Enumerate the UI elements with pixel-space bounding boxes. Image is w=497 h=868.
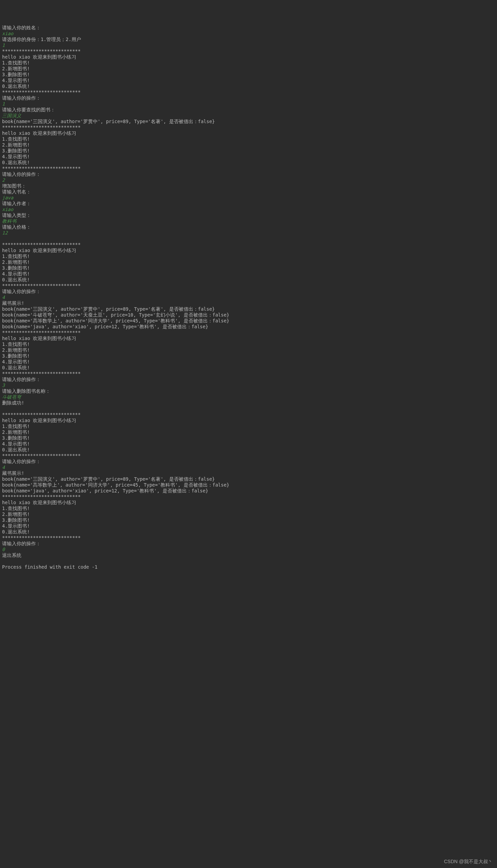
console-output[interactable]: 请输入你的姓名：xiao请选择你的身份：1.管理员；2.用户1*********…	[2, 25, 495, 570]
console-input-line: java	[2, 195, 495, 201]
console-output-line: 2.新增图书!	[2, 429, 495, 435]
console-output-line: 0.退出系统!	[2, 529, 495, 535]
console-output-line: ****************************	[2, 453, 495, 459]
console-output-line: book{name='java', author='xiao', price=1…	[2, 324, 495, 330]
console-output-line: 0.退出系统!	[2, 447, 495, 453]
console-output-line: 1.查找图书!	[2, 341, 495, 347]
console-output-line: hello xiao 欢迎来到图书小练习	[2, 418, 495, 423]
console-output-line	[2, 558, 495, 564]
console-output-line: 1.查找图书!	[2, 506, 495, 511]
console-output-line: 请输入你的姓名：	[2, 25, 495, 31]
console-output-line: ****************************	[2, 412, 495, 418]
console-output-line: 4.显示图书!	[2, 154, 495, 160]
console-output-line: 请输入你的操作：	[2, 541, 495, 547]
console-output-line: 藏书展示!	[2, 470, 495, 476]
console-output-line: ****************************	[2, 89, 495, 95]
console-output-line: 1.查找图书!	[2, 253, 495, 259]
console-output-line: 3.删除图书!	[2, 517, 495, 523]
console-output-line: book{name='三国演义', author='罗贯中', price=89…	[2, 119, 495, 124]
console-output-line: Process finished with exit code -1	[2, 564, 495, 570]
console-output-line: hello xiao 欢迎来到图书小练习	[2, 500, 495, 506]
console-output-line: ****************************	[2, 124, 495, 130]
console-output-line: 请输入你的操作：	[2, 377, 495, 382]
console-output-line: 3.删除图书!	[2, 435, 495, 441]
console-output-line: 3.删除图书!	[2, 148, 495, 154]
console-output-line: ****************************	[2, 48, 495, 54]
console-output-line: 3.删除图书!	[2, 265, 495, 271]
console-output-line: 2.新增图书!	[2, 511, 495, 517]
console-output-line: 请输入你要查找的图书：	[2, 107, 495, 113]
console-input-line: xiao	[2, 31, 495, 37]
console-output-line: ****************************	[2, 371, 495, 377]
watermark: CSDN @我不是大叔丶	[444, 859, 493, 865]
console-output-line: 0.退出系统!	[2, 83, 495, 89]
console-input-line: 0	[2, 547, 495, 552]
console-output-line: 请输入你的操作：	[2, 171, 495, 177]
console-output-line: 请输入你的操作：	[2, 459, 495, 465]
console-output-line: ****************************	[2, 330, 495, 336]
console-output-line: hello xiao 欢迎来到图书小练习	[2, 130, 495, 136]
console-output-line: book{name='斗破苍穹', author='天蚕土豆', price=1…	[2, 312, 495, 318]
console-output-line: hello xiao 欢迎来到图书小练习	[2, 336, 495, 341]
console-output-line: 0.退出系统!	[2, 160, 495, 166]
console-output-line: book{name='高等数学上', author='同济大学', price=…	[2, 482, 495, 488]
console-input-line: 3	[2, 382, 495, 388]
console-output-line: 请输入你的操作：	[2, 289, 495, 295]
console-output-line: 4.显示图书!	[2, 523, 495, 529]
console-output-line: 3.删除图书!	[2, 72, 495, 78]
console-output-line: 退出系统	[2, 552, 495, 558]
console-output-line: ****************************	[2, 166, 495, 171]
console-output-line: book{name='高等数学上', author='同济大学', price=…	[2, 318, 495, 324]
console-output-line: 3.删除图书!	[2, 353, 495, 359]
console-output-line: 2.新增图书!	[2, 347, 495, 353]
console-output-line: 增加图书：	[2, 183, 495, 189]
console-output-line: 请选择你的身份：1.管理员；2.用户	[2, 37, 495, 42]
console-input-line: 12	[2, 230, 495, 236]
console-output-line: 1.查找图书!	[2, 136, 495, 142]
console-output-line: 0.退出系统!	[2, 277, 495, 283]
console-input-line: 三国演义	[2, 113, 495, 119]
console-output-line	[2, 236, 495, 242]
console-output-line: hello xiao 欢迎来到图书小练习	[2, 248, 495, 253]
console-output-line: 2.新增图书!	[2, 66, 495, 72]
console-input-line: 4	[2, 465, 495, 470]
console-output-line: 请输入作者：	[2, 201, 495, 207]
console-output-line: ****************************	[2, 535, 495, 541]
console-output-line: 请输入删除图书名称：	[2, 388, 495, 394]
console-output-line: hello xiao 欢迎来到图书小练习	[2, 54, 495, 60]
console-input-line: 1	[2, 42, 495, 48]
console-output-line: book{name='java', author='xiao', price=1…	[2, 488, 495, 494]
console-output-line: 4.显示图书!	[2, 359, 495, 365]
console-output-line: 请输入你的操作：	[2, 95, 495, 101]
console-output-line: 请输入类型：	[2, 212, 495, 218]
console-output-line: 请输入书名：	[2, 189, 495, 195]
console-output-line: 2.新增图书!	[2, 259, 495, 265]
console-input-line: 1	[2, 101, 495, 107]
console-output-line: 1.查找图书!	[2, 423, 495, 429]
console-output-line: 藏书展示!	[2, 300, 495, 306]
console-output-line: 2.新增图书!	[2, 142, 495, 148]
console-input-line: 2	[2, 177, 495, 183]
console-output-line: ****************************	[2, 494, 495, 500]
console-output-line: book{name='三国演义', author='罗贯中', price=89…	[2, 306, 495, 312]
console-input-line: 4	[2, 295, 495, 300]
console-output-line: 4.显示图书!	[2, 271, 495, 277]
console-input-line: 教科书	[2, 218, 495, 224]
console-output-line: 请输入价格：	[2, 224, 495, 230]
console-input-line: xiao	[2, 207, 495, 212]
console-output-line: 4.显示图书!	[2, 441, 495, 447]
console-input-line: 斗破苍穹	[2, 394, 495, 400]
console-output-line: book{name='三国演义', author='罗贯中', price=89…	[2, 476, 495, 482]
console-output-line: ****************************	[2, 283, 495, 289]
console-output-line: ****************************	[2, 242, 495, 248]
console-output-line: 0.退出系统!	[2, 365, 495, 371]
console-output-line: 删除成功!	[2, 400, 495, 406]
console-output-line: 1.查找图书!	[2, 60, 495, 66]
console-output-line	[2, 406, 495, 412]
console-output-line: 4.显示图书!	[2, 78, 495, 83]
